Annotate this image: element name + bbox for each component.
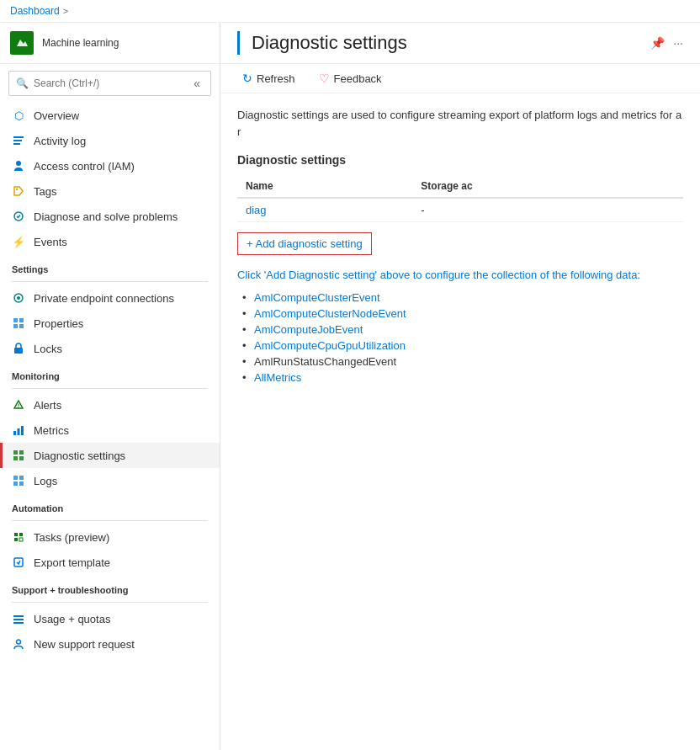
add-diagnostic-setting-button[interactable]: + Add diagnostic setting	[237, 232, 372, 255]
sidebar: Machine learning 🔍 « ⬡ Overview Activity…	[0, 23, 220, 750]
breadcrumb-separator: >	[63, 6, 68, 16]
table-row: diag -	[237, 198, 683, 222]
search-icon: 🔍	[16, 77, 29, 89]
diagnose-icon	[12, 210, 25, 223]
table-col-storage: Storage ac	[412, 175, 683, 198]
collapse-button[interactable]: «	[190, 75, 204, 92]
list-item-all-metrics[interactable]: AllMetrics	[254, 370, 683, 386]
search-bar[interactable]: 🔍 «	[8, 71, 211, 96]
svg-rect-17	[18, 428, 20, 435]
pin-icon[interactable]: 📌	[650, 36, 665, 50]
table-cell-storage: -	[412, 198, 683, 222]
page-title: Diagnostic settings	[252, 32, 644, 54]
sidebar-item-label: Access control (IAM)	[34, 160, 135, 173]
sidebar-item-label: Alerts	[34, 399, 61, 412]
activity-log-icon	[12, 134, 25, 147]
sidebar-item-diagnostic-settings[interactable]: Diagnostic settings	[0, 443, 220, 468]
svg-rect-32	[13, 615, 24, 617]
content-body: Diagnostic settings are used to configur…	[220, 93, 700, 750]
support-section-label: Support + troubleshooting	[0, 575, 220, 598]
sidebar-item-overview[interactable]: ⬡ Overview	[0, 103, 220, 128]
sidebar-item-private-endpoint[interactable]: Private endpoint connections	[0, 285, 220, 311]
feedback-icon: ♡	[319, 72, 330, 85]
tasks-icon	[12, 530, 25, 544]
add-button-container: + Add diagnostic setting	[237, 232, 683, 255]
svg-rect-21	[13, 456, 18, 460]
sidebar-item-label: Locks	[34, 343, 62, 355]
svg-rect-28	[19, 533, 23, 536]
sidebar-title: Machine learning	[42, 37, 119, 49]
sidebar-item-activity-log[interactable]: Activity log	[0, 128, 220, 153]
sidebar-item-diagnose[interactable]: Diagnose and solve problems	[0, 204, 220, 229]
diagnostic-settings-icon	[12, 449, 25, 462]
sidebar-item-label: Tasks (preview)	[34, 531, 109, 544]
svg-rect-26	[19, 481, 24, 486]
events-icon: ⚡	[12, 235, 25, 248]
sidebar-item-access-control[interactable]: Access control (IAM)	[0, 153, 220, 178]
sidebar-item-new-support[interactable]: New support request	[0, 631, 220, 657]
sidebar-item-label: Properties	[34, 317, 83, 330]
svg-point-8	[17, 296, 20, 300]
sidebar-item-tags[interactable]: Tags	[0, 178, 220, 204]
svg-rect-2	[13, 140, 22, 141]
sidebar-item-usage-quotas[interactable]: Usage + quotas	[0, 606, 220, 631]
data-types-list: AmlComputeClusterEvent AmlComputeCluster…	[237, 290, 683, 386]
search-input[interactable]	[34, 77, 185, 89]
svg-rect-10	[19, 318, 24, 322]
svg-rect-14	[19, 404, 19, 407]
metrics-icon	[12, 423, 25, 437]
svg-rect-29	[14, 538, 18, 541]
svg-rect-24	[19, 476, 24, 480]
sidebar-item-export-template[interactable]: Export template	[0, 550, 220, 575]
automation-divider	[12, 520, 208, 521]
sidebar-item-label: Diagnose and solve problems	[34, 210, 178, 223]
list-item-aml-cluster-node-event[interactable]: AmlComputeClusterNodeEvent	[254, 306, 683, 322]
sidebar-item-label: Private endpoint connections	[34, 292, 174, 305]
sidebar-item-properties[interactable]: Properties	[0, 311, 220, 336]
svg-rect-22	[19, 456, 24, 460]
sidebar-item-label: Metrics	[34, 424, 69, 437]
breadcrumb: Dashboard >	[0, 0, 700, 23]
sidebar-item-label: New support request	[34, 638, 135, 651]
usage-quotas-icon	[12, 612, 25, 625]
breadcrumb-dashboard[interactable]: Dashboard	[10, 5, 60, 17]
sidebar-item-events[interactable]: ⚡ Events	[0, 229, 220, 254]
content-header: Diagnostic settings 📌 ···	[220, 23, 700, 64]
sidebar-item-label: Diagnostic settings	[34, 449, 125, 462]
toolbar: ↻ Refresh ♡ Feedback	[220, 64, 700, 93]
monitoring-section-label: Monitoring	[0, 361, 220, 385]
sidebar-item-locks[interactable]: Locks	[0, 336, 220, 361]
info-text-content: Diagnostic settings are used to configur…	[237, 109, 681, 138]
logs-icon	[12, 474, 25, 487]
table-cell-name[interactable]: diag	[237, 198, 412, 222]
svg-rect-16	[13, 431, 16, 435]
sidebar-item-logs[interactable]: Logs	[0, 468, 220, 493]
list-item-aml-cluster-event[interactable]: AmlComputeClusterEvent	[254, 290, 683, 306]
private-endpoint-icon	[12, 291, 25, 305]
svg-rect-18	[21, 426, 24, 435]
list-item-aml-cpu-gpu[interactable]: AmlComputeCpuGpuUtilization	[254, 338, 683, 354]
overview-icon: ⬡	[12, 109, 25, 122]
svg-point-4	[16, 161, 21, 166]
list-item-aml-run-status: AmlRunStatusChangedEvent	[254, 354, 683, 370]
sidebar-item-metrics[interactable]: Metrics	[0, 418, 220, 443]
sidebar-item-alerts[interactable]: Alerts	[0, 392, 220, 418]
sidebar-navigation: ⬡ Overview Activity log Access control (…	[0, 103, 220, 750]
svg-rect-12	[19, 324, 24, 328]
support-divider	[12, 602, 208, 603]
refresh-button[interactable]: ↻ Refresh	[237, 69, 300, 88]
svg-rect-13	[14, 348, 23, 354]
feedback-button[interactable]: ♡ Feedback	[314, 69, 387, 88]
more-options-icon[interactable]: ···	[673, 36, 683, 50]
settings-section-label: Settings	[0, 254, 220, 278]
sidebar-logo	[10, 31, 34, 55]
list-item-aml-job-event[interactable]: AmlComputeJobEvent	[254, 322, 683, 338]
sidebar-item-tasks[interactable]: Tasks (preview)	[0, 524, 220, 550]
svg-rect-23	[13, 476, 18, 480]
monitoring-divider	[12, 388, 208, 389]
automation-section-label: Automation	[0, 493, 220, 517]
tags-icon	[12, 184, 25, 198]
svg-rect-27	[14, 533, 18, 536]
refresh-label: Refresh	[257, 72, 295, 85]
feedback-label: Feedback	[334, 72, 382, 85]
